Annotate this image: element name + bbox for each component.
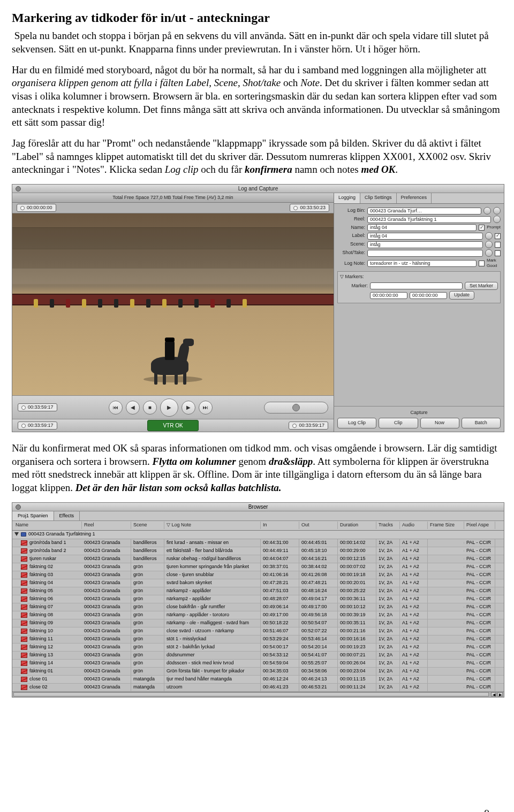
table-row[interactable]: fäktning 07000423 Granadagrönclose bakif… — [12, 603, 504, 611]
cell-tracks: 1V, 2A — [376, 644, 400, 651]
tab-clip-settings[interactable]: Clip Settings — [360, 193, 397, 203]
col-out[interactable]: Out — [299, 522, 338, 529]
tab-preferences[interactable]: Preferences — [397, 193, 432, 203]
table-row[interactable]: close 01000423 Granadamatangdatjur med b… — [12, 676, 504, 684]
shot-field[interactable] — [367, 250, 483, 257]
label-checkbox[interactable] — [495, 233, 501, 239]
table-row[interactable]: grön/röda band 2000423 Granadabandillero… — [12, 547, 504, 555]
svg-marker-0 — [14, 532, 19, 536]
cell-in: 00:49:17:00 — [261, 611, 299, 619]
in-timecode[interactable]: 00:00:00:00 — [17, 204, 56, 212]
table-row[interactable]: fäktning 06000423 Granadagrönnärkamp2 - … — [12, 595, 504, 603]
disclosure-triangle-icon[interactable] — [14, 532, 19, 537]
ffwd-button[interactable]: ⏭ — [199, 401, 213, 415]
now-button[interactable]: Now — [420, 418, 459, 428]
col-duration[interactable]: Duration — [338, 522, 376, 529]
col-tracks[interactable]: Tracks — [376, 522, 400, 529]
marker-tc1[interactable]: 00:00:00:00 — [370, 292, 407, 299]
table-row[interactable]: fäktning 02000423 Granadagröntjuren komm… — [12, 563, 504, 571]
stop-button[interactable]: ■ — [143, 401, 157, 415]
scene-checkbox[interactable] — [495, 242, 501, 248]
intro-paragraph: Spela nu bandet och stoppa i början på e… — [12, 29, 502, 56]
cell-pixelaspect: PAL - CCIR — [464, 652, 495, 659]
prompt-checkbox[interactable] — [479, 225, 485, 231]
slate-icon[interactable] — [493, 216, 501, 223]
bottom-in-tc[interactable]: 00:33:59:17 — [18, 403, 57, 412]
logbin-field[interactable]: 000423 Granada Tjurf… — [367, 208, 481, 215]
cell-out: 00:44:16:21 — [299, 555, 338, 563]
bin-group[interactable]: 000423 Granada Tjurfäktning 1 — [12, 531, 504, 539]
cell-tracks: 1V, 2A — [376, 627, 400, 635]
offline-clip-icon — [21, 637, 27, 642]
cell-reel: 000423 Granada — [82, 611, 131, 619]
batch-button[interactable]: Batch — [462, 418, 501, 428]
col-audio[interactable]: Audio — [400, 522, 428, 529]
table-row[interactable]: grön/röda band 1000423 Granadabandillero… — [12, 539, 504, 547]
scene-field[interactable]: intåg — [367, 241, 483, 248]
cell-duration: 00:00:14:02 — [338, 539, 376, 547]
offline-clip-icon — [21, 604, 27, 610]
col-in[interactable]: In — [261, 522, 299, 529]
table-row[interactable]: tjuren ruskar000423 Granadabandillerosru… — [12, 555, 504, 563]
table-row[interactable]: fäktning 12000423 Granadagrönstöt 2 - ba… — [12, 644, 504, 652]
table-row[interactable]: fäktning 11000423 Granadagrönstöt 1 - mi… — [12, 635, 504, 644]
forward-button[interactable]: ▶ — [182, 401, 195, 415]
horizontal-scrollbar[interactable]: ◀ ▶ — [12, 692, 504, 697]
table-row[interactable]: fäktning 01000423 GranadagrönGrön första… — [12, 668, 504, 676]
label-field[interactable]: intåg 04 — [367, 233, 483, 240]
col-lognote[interactable]: ▽ Log Note — [164, 522, 261, 529]
col-framesize[interactable]: Frame Size — [428, 522, 464, 529]
tab-effects[interactable]: Effects — [54, 511, 80, 520]
cell-in: 00:49:06:14 — [261, 603, 299, 611]
cell-out: 00:53:46:14 — [299, 635, 338, 643]
lognote-field[interactable]: toreadorer in - utz - hälsning — [367, 260, 477, 267]
bin-button[interactable] — [493, 207, 501, 215]
reel-field[interactable]: 000423 Granada Tjurfäktning 1 — [367, 216, 491, 223]
table-row[interactable]: fäktning 10000423 Granadagrönclose svärd… — [12, 627, 504, 635]
cell-duration: 00:00:19:23 — [338, 644, 376, 651]
col-scene[interactable]: Scene — [131, 522, 164, 529]
tab-project[interactable]: Proj1 Spanien — [12, 511, 54, 520]
rewind-button[interactable]: ⏮ — [109, 401, 123, 415]
out-timecode[interactable]: 00:33:50:23 — [290, 204, 329, 212]
cell-audio: A1 + A2 — [400, 571, 428, 579]
table-row[interactable]: fäktning 09000423 Granadagrönnärkamp - o… — [12, 619, 504, 627]
slate-icon[interactable] — [485, 241, 493, 248]
markgood-checkbox[interactable] — [479, 261, 485, 266]
shuttle-control[interactable] — [264, 402, 328, 413]
scroll-left-icon[interactable]: ◀ — [491, 692, 496, 696]
clip-name: fäktning 03 — [29, 572, 53, 578]
close-icon[interactable] — [16, 504, 21, 510]
marker-tc2[interactable]: 00:00:00:00 — [410, 292, 447, 299]
col-pixelaspect[interactable]: Pixel Aspe — [464, 522, 495, 529]
update-button[interactable]: Update — [449, 291, 474, 300]
cell-reel: 000423 Granada — [82, 587, 131, 595]
clip-button[interactable]: Clip — [379, 418, 418, 428]
close-icon[interactable] — [16, 186, 21, 191]
cell-in: 00:47:28:21 — [261, 579, 299, 587]
marker-field[interactable] — [370, 282, 463, 289]
log-clip-button[interactable]: Log Clip — [337, 418, 376, 428]
table-row[interactable]: fäktning 05000423 Granadagrönnärkamp2 - … — [12, 587, 504, 595]
table-row[interactable]: fäktning 08000423 Granadagrönnärkamp - a… — [12, 611, 504, 619]
slate-icon[interactable] — [485, 232, 493, 240]
table-row[interactable]: fäktning 04000423 Granadagrönsvärd bakom… — [12, 579, 504, 587]
name-field[interactable]: intåg 04 — [367, 224, 477, 231]
up-button[interactable] — [483, 207, 491, 215]
shot-checkbox[interactable] — [495, 250, 501, 256]
marker-label: Marker: — [340, 283, 368, 289]
tab-logging[interactable]: Logging — [334, 193, 360, 203]
set-marker-button[interactable]: Set Marker — [465, 282, 498, 290]
scroll-right-icon[interactable]: ▶ — [497, 692, 503, 696]
play-button[interactable]: ▶ — [160, 399, 178, 417]
table-row[interactable]: fäktning 14000423 Granadagröndödsscen - … — [12, 660, 504, 668]
cell-pixelaspect: PAL - CCIR — [464, 547, 495, 555]
slate-icon[interactable] — [485, 249, 493, 257]
back-button[interactable]: ◀ — [126, 401, 140, 415]
col-name[interactable]: Name — [12, 522, 82, 529]
table-row[interactable]: fäktning 03000423 Granadagrönclose - tju… — [12, 571, 504, 579]
col-reel[interactable]: Reel — [82, 522, 131, 529]
cell-pixelaspect: PAL - CCIR — [464, 676, 495, 683]
table-row[interactable]: close 02000423 Granadamatangdautzoom00:4… — [12, 684, 504, 692]
table-row[interactable]: fäktning 13000423 Granadagröndödsnummer0… — [12, 652, 504, 660]
